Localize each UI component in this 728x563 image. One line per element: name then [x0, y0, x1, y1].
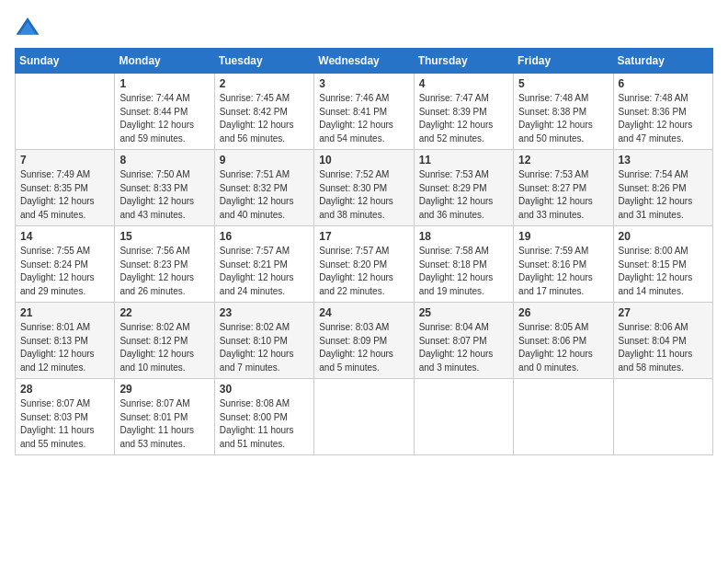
day-number: 21: [20, 306, 109, 319]
day-info: Sunrise: 7:46 AMSunset: 8:41 PMDaylight:…: [319, 92, 408, 145]
calendar-week-row: 28Sunrise: 8:07 AMSunset: 8:03 PMDayligh…: [16, 379, 713, 455]
day-info: Sunrise: 7:53 AMSunset: 8:29 PMDaylight:…: [419, 168, 508, 222]
day-number: 30: [220, 383, 309, 396]
header-thursday: Thursday: [414, 49, 513, 74]
day-number: 20: [619, 230, 708, 243]
calendar-cell: 30Sunrise: 8:08 AMSunset: 8:00 PMDayligh…: [214, 379, 313, 455]
calendar-cell: 6Sunrise: 7:48 AMSunset: 8:36 PMDaylight…: [613, 74, 712, 150]
calendar-cell: 8Sunrise: 7:50 AMSunset: 8:33 PMDaylight…: [115, 150, 214, 226]
day-info: Sunrise: 8:00 AMSunset: 8:15 PMDaylight:…: [619, 245, 708, 298]
day-info: Sunrise: 8:05 AMSunset: 8:06 PMDaylight:…: [518, 321, 608, 374]
calendar-cell: 4Sunrise: 7:47 AMSunset: 8:39 PMDaylight…: [414, 74, 513, 150]
day-info: Sunrise: 7:48 AMSunset: 8:38 PMDaylight:…: [518, 92, 608, 145]
logo-icon: [15, 15, 40, 40]
day-info: Sunrise: 8:02 AMSunset: 8:10 PMDaylight:…: [220, 321, 309, 374]
day-number: 2: [220, 77, 309, 90]
calendar-header-row: SundayMondayTuesdayWednesdayThursdayFrid…: [16, 49, 713, 74]
header-saturday: Saturday: [613, 49, 712, 74]
calendar-cell: 1Sunrise: 7:44 AMSunset: 8:44 PMDaylight…: [115, 74, 214, 150]
day-info: Sunrise: 7:55 AMSunset: 8:24 PMDaylight:…: [20, 245, 109, 298]
calendar-cell: 22Sunrise: 8:02 AMSunset: 8:12 PMDayligh…: [115, 303, 214, 379]
day-info: Sunrise: 8:01 AMSunset: 8:13 PMDaylight:…: [20, 321, 109, 374]
calendar-cell: 20Sunrise: 8:00 AMSunset: 8:15 PMDayligh…: [613, 226, 712, 303]
calendar-cell: 13Sunrise: 7:54 AMSunset: 8:26 PMDayligh…: [613, 150, 712, 226]
calendar-cell: 24Sunrise: 8:03 AMSunset: 8:09 PMDayligh…: [314, 303, 414, 379]
calendar-cell: [514, 379, 613, 455]
calendar-cell: 15Sunrise: 7:56 AMSunset: 8:23 PMDayligh…: [115, 226, 214, 303]
day-number: 8: [119, 154, 209, 167]
calendar-cell: 12Sunrise: 7:53 AMSunset: 8:27 PMDayligh…: [514, 150, 613, 226]
calendar-cell: 21Sunrise: 8:01 AMSunset: 8:13 PMDayligh…: [16, 303, 115, 379]
header-sunday: Sunday: [16, 49, 115, 74]
day-info: Sunrise: 7:58 AMSunset: 8:18 PMDaylight:…: [419, 245, 508, 298]
day-number: 3: [319, 77, 408, 90]
day-number: 13: [619, 154, 708, 167]
day-info: Sunrise: 7:57 AMSunset: 8:21 PMDaylight:…: [220, 245, 309, 298]
calendar-cell: 7Sunrise: 7:49 AMSunset: 8:35 PMDaylight…: [16, 150, 115, 226]
calendar-cell: [613, 379, 712, 455]
calendar-week-row: 21Sunrise: 8:01 AMSunset: 8:13 PMDayligh…: [16, 303, 713, 379]
day-number: 26: [518, 306, 608, 319]
calendar-cell: 23Sunrise: 8:02 AMSunset: 8:10 PMDayligh…: [214, 303, 313, 379]
header-wednesday: Wednesday: [314, 49, 414, 74]
day-info: Sunrise: 7:59 AMSunset: 8:16 PMDaylight:…: [518, 245, 608, 298]
day-number: 12: [518, 154, 608, 167]
calendar-cell: 29Sunrise: 8:07 AMSunset: 8:01 PMDayligh…: [115, 379, 214, 455]
calendar-cell: [414, 379, 513, 455]
day-info: Sunrise: 7:45 AMSunset: 8:42 PMDaylight:…: [220, 92, 309, 145]
day-number: 4: [419, 77, 508, 90]
day-number: 10: [319, 154, 408, 167]
calendar-cell: 3Sunrise: 7:46 AMSunset: 8:41 PMDaylight…: [314, 74, 414, 150]
calendar-week-row: 7Sunrise: 7:49 AMSunset: 8:35 PMDaylight…: [16, 150, 713, 226]
calendar-cell: 10Sunrise: 7:52 AMSunset: 8:30 PMDayligh…: [314, 150, 414, 226]
day-info: Sunrise: 7:53 AMSunset: 8:27 PMDaylight:…: [518, 168, 608, 222]
day-info: Sunrise: 8:02 AMSunset: 8:12 PMDaylight:…: [119, 321, 209, 374]
logo: [15, 15, 44, 40]
day-number: 17: [319, 230, 408, 243]
day-number: 11: [419, 154, 508, 167]
calendar-cell: [314, 379, 414, 455]
day-info: Sunrise: 7:48 AMSunset: 8:36 PMDaylight:…: [619, 92, 708, 145]
day-info: Sunrise: 8:04 AMSunset: 8:07 PMDaylight:…: [419, 321, 508, 374]
calendar-cell: [16, 74, 115, 150]
day-info: Sunrise: 7:47 AMSunset: 8:39 PMDaylight:…: [419, 92, 508, 145]
day-number: 29: [119, 383, 209, 396]
calendar-cell: 28Sunrise: 8:07 AMSunset: 8:03 PMDayligh…: [16, 379, 115, 455]
calendar-cell: 19Sunrise: 7:59 AMSunset: 8:16 PMDayligh…: [514, 226, 613, 303]
calendar-table: SundayMondayTuesdayWednesdayThursdayFrid…: [15, 48, 713, 455]
day-info: Sunrise: 8:08 AMSunset: 8:00 PMDaylight:…: [220, 397, 309, 451]
day-info: Sunrise: 7:44 AMSunset: 8:44 PMDaylight:…: [119, 92, 209, 145]
day-info: Sunrise: 8:07 AMSunset: 8:03 PMDaylight:…: [20, 397, 109, 451]
calendar-week-row: 1Sunrise: 7:44 AMSunset: 8:44 PMDaylight…: [16, 74, 713, 150]
calendar-week-row: 14Sunrise: 7:55 AMSunset: 8:24 PMDayligh…: [16, 226, 713, 303]
header-monday: Monday: [115, 49, 214, 74]
calendar-cell: 26Sunrise: 8:05 AMSunset: 8:06 PMDayligh…: [514, 303, 613, 379]
calendar-cell: 17Sunrise: 7:57 AMSunset: 8:20 PMDayligh…: [314, 226, 414, 303]
day-info: Sunrise: 8:06 AMSunset: 8:04 PMDaylight:…: [619, 321, 708, 374]
day-info: Sunrise: 7:51 AMSunset: 8:32 PMDaylight:…: [220, 168, 309, 222]
calendar-cell: 9Sunrise: 7:51 AMSunset: 8:32 PMDaylight…: [214, 150, 313, 226]
calendar-cell: 25Sunrise: 8:04 AMSunset: 8:07 PMDayligh…: [414, 303, 513, 379]
page-header: [15, 15, 713, 40]
day-number: 19: [518, 230, 608, 243]
day-number: 6: [619, 77, 708, 90]
day-info: Sunrise: 7:52 AMSunset: 8:30 PMDaylight:…: [319, 168, 408, 222]
day-number: 18: [419, 230, 508, 243]
day-number: 14: [20, 230, 109, 243]
header-tuesday: Tuesday: [214, 49, 313, 74]
day-number: 5: [518, 77, 608, 90]
calendar-cell: 11Sunrise: 7:53 AMSunset: 8:29 PMDayligh…: [414, 150, 513, 226]
day-number: 22: [119, 306, 209, 319]
day-number: 9: [220, 154, 309, 167]
day-number: 27: [619, 306, 708, 319]
day-info: Sunrise: 7:50 AMSunset: 8:33 PMDaylight:…: [119, 168, 209, 222]
header-friday: Friday: [514, 49, 613, 74]
day-number: 1: [119, 77, 209, 90]
day-number: 28: [20, 383, 109, 396]
day-number: 15: [119, 230, 209, 243]
day-info: Sunrise: 7:57 AMSunset: 8:20 PMDaylight:…: [319, 245, 408, 298]
day-info: Sunrise: 7:49 AMSunset: 8:35 PMDaylight:…: [20, 168, 109, 222]
calendar-cell: 5Sunrise: 7:48 AMSunset: 8:38 PMDaylight…: [514, 74, 613, 150]
day-info: Sunrise: 7:56 AMSunset: 8:23 PMDaylight:…: [119, 245, 209, 298]
day-number: 25: [419, 306, 508, 319]
